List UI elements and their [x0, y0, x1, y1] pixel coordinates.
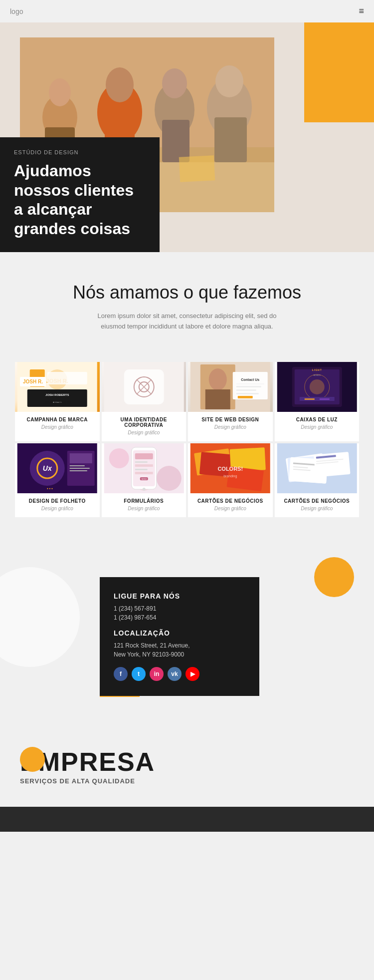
svg-rect-20: [27, 389, 87, 407]
footer: [0, 807, 374, 832]
vk-icon[interactable]: vk: [168, 667, 182, 681]
svg-text:●●●●●●: ●●●●●●: [53, 400, 62, 403]
social-icons: f t in vk ▶: [114, 667, 245, 681]
portfolio-title-7: CARTÕES DE NEGÓCIOS: [193, 498, 268, 504]
portfolio-cat-2: Design gráfico: [107, 430, 182, 435]
thumb-bg-2: [102, 362, 187, 412]
svg-rect-44: [238, 396, 253, 398]
portfolio-thumb-4: LIGHT BOXES: [275, 362, 360, 412]
orange-circle-decoration: [314, 557, 354, 597]
phone-1: 1 (234) 567-891: [114, 605, 245, 612]
love-description: Lorem ipsum dolor sit amet, consectetur …: [87, 311, 287, 332]
thumb-svg-1: JOSH R. JOSH ROBERTS ●●●●●●: [15, 362, 100, 412]
contact-card: LIGUE PARA NÓS 1 (234) 567-891 1 (234) 9…: [100, 577, 259, 696]
portfolio-item-1[interactable]: JOSH R. JOSH ROBERTS ●●●●●● CAMPANHA DE …: [15, 362, 100, 441]
svg-text:Contact Us: Contact Us: [241, 378, 259, 381]
svg-text:Ux: Ux: [43, 464, 52, 472]
svg-rect-10: [162, 120, 189, 162]
svg-point-66: [109, 448, 129, 468]
svg-rect-13: [214, 117, 247, 162]
love-section: Nós amamos o que fazemos Lorem ipsum dol…: [0, 252, 374, 347]
thumb-svg-2: [102, 362, 187, 412]
svg-text:● ● ●: ● ● ●: [47, 487, 53, 490]
portfolio-item-8[interactable]: CARTÕES DE NEGÓCIOS Design gráfico: [275, 443, 360, 517]
portfolio-info-1: CAMPANHA DE MARCA Design gráfico: [15, 412, 100, 436]
svg-point-67: [156, 466, 181, 491]
phone-2: 1 (234) 987-654: [114, 614, 245, 621]
menu-icon[interactable]: ≡: [359, 6, 364, 16]
company-section: EMPRESA SERVIÇOS DE ALTA QUALIDADE: [0, 727, 374, 807]
svg-rect-72: [135, 461, 147, 463]
white-blob-decoration: [0, 567, 80, 667]
portfolio-thumb-6: SEND: [102, 443, 187, 493]
svg-text:branding: branding: [223, 474, 237, 478]
svg-rect-61: [70, 465, 85, 466]
portfolio-thumb-1: JOSH R. JOSH ROBERTS ●●●●●●: [15, 362, 100, 412]
portfolio-info-3: SITE DE WEB DESIGN Design gráfico: [188, 412, 273, 436]
svg-rect-74: [135, 469, 147, 470]
svg-rect-60: [70, 453, 92, 463]
youtube-icon[interactable]: ▶: [186, 667, 199, 681]
hero-title: Ajudamos nossos clientes a alcançar gran…: [14, 161, 146, 238]
portfolio-info-7: CARTÕES DE NEGÓCIOS Design gráfico: [188, 493, 273, 517]
portfolio-cat-8: Design gráfico: [280, 506, 355, 511]
orange-accent-block: [304, 22, 374, 122]
portfolio-item-6[interactable]: SEND FORMULÁRIOS Design gráfico: [102, 443, 187, 517]
address: 121 Rock Street, 21 Avenue, New York, NY…: [114, 641, 245, 659]
svg-point-6: [106, 67, 134, 102]
portfolio-thumb-2: [102, 362, 187, 412]
svg-text:COLORS!: COLORS!: [217, 466, 243, 472]
svg-rect-73: [135, 464, 153, 467]
header: logo ≡: [0, 0, 374, 22]
svg-point-12: [215, 65, 243, 97]
svg-rect-22: [30, 369, 45, 387]
portfolio-thumb-8: [275, 443, 360, 493]
svg-rect-63: [70, 470, 87, 471]
svg-rect-75: [135, 472, 153, 474]
portfolio-cat-7: Design gráfico: [193, 506, 268, 511]
svg-rect-41: [236, 386, 261, 387]
portfolio-info-8: CARTÕES DE NEGÓCIOS Design gráfico: [275, 493, 360, 517]
portfolio-cat-1: Design gráfico: [20, 424, 95, 430]
svg-point-9: [162, 68, 187, 98]
company-text: EMPRESA SERVIÇOS DE ALTA QUALIDADE: [20, 737, 354, 786]
portfolio-item-5[interactable]: Ux ● ● ● DESIGN DE FOLHETO Design gráfic…: [15, 443, 100, 517]
portfolio-title-3: SITE DE WEB DESIGN: [193, 417, 268, 422]
contact-section: LIGUE PARA NÓS 1 (234) 567-891 1 (234) 9…: [0, 537, 374, 727]
svg-rect-62: [70, 468, 90, 469]
portfolio-thumb-5: Ux ● ● ●: [15, 443, 100, 493]
svg-rect-37: [205, 389, 230, 409]
portfolio-title-6: FORMULÁRIOS: [107, 498, 182, 504]
portfolio-info-4: CAIXAS DE LUZ Design gráfico: [275, 412, 360, 436]
call-heading: LIGUE PARA NÓS: [114, 592, 245, 600]
svg-rect-53: [304, 398, 314, 400]
twitter-icon[interactable]: t: [132, 667, 146, 681]
love-heading: Nós amamos o que fazemos: [10, 282, 364, 303]
svg-rect-43: [236, 393, 259, 394]
thumb-svg-4: LIGHT BOXES: [275, 362, 360, 412]
hero-text-box: ESTÚDIO DE DESIGN Ajudamos nossos client…: [0, 137, 160, 252]
portfolio-info-5: DESIGN DE FOLHETO Design gráfico: [15, 493, 100, 517]
svg-rect-23: [47, 372, 87, 384]
instagram-icon[interactable]: in: [150, 667, 164, 681]
portfolio-title-4: CAIXAS DE LUZ: [280, 417, 355, 422]
thumb-svg-3: Contact Us: [188, 362, 273, 412]
portfolio-item-2[interactable]: UMA IDENTIDADE CORPORATIVA Design gráfic…: [102, 362, 187, 441]
orange-dot-decoration: [20, 747, 45, 772]
portfolio-item-7[interactable]: COLORS! branding CARTÕES DE NEGÓCIOS Des…: [188, 443, 273, 517]
thumb-svg-7: COLORS! branding: [188, 443, 273, 493]
thumb-bg-3: Contact Us: [188, 362, 273, 412]
svg-point-78: [142, 488, 145, 491]
thumb-svg-5: Ux ● ● ●: [15, 443, 100, 493]
portfolio-item-4[interactable]: LIGHT BOXES CAIXAS DE LUZ Design gráfico: [275, 362, 360, 441]
facebook-icon[interactable]: f: [114, 667, 128, 681]
portfolio-item-3[interactable]: Contact Us SITE DE WEB DESIGN Design grá…: [188, 362, 273, 441]
portfolio-title-5: DESIGN DE FOLHETO: [20, 498, 95, 504]
svg-text:BOXES: BOXES: [313, 374, 320, 376]
svg-rect-38: [233, 372, 268, 399]
svg-point-36: [209, 368, 227, 390]
svg-point-49: [309, 379, 324, 394]
svg-text:SEND: SEND: [141, 478, 147, 480]
svg-rect-71: [135, 453, 153, 459]
portfolio-title-1: CAMPANHA DE MARCA: [20, 417, 95, 422]
